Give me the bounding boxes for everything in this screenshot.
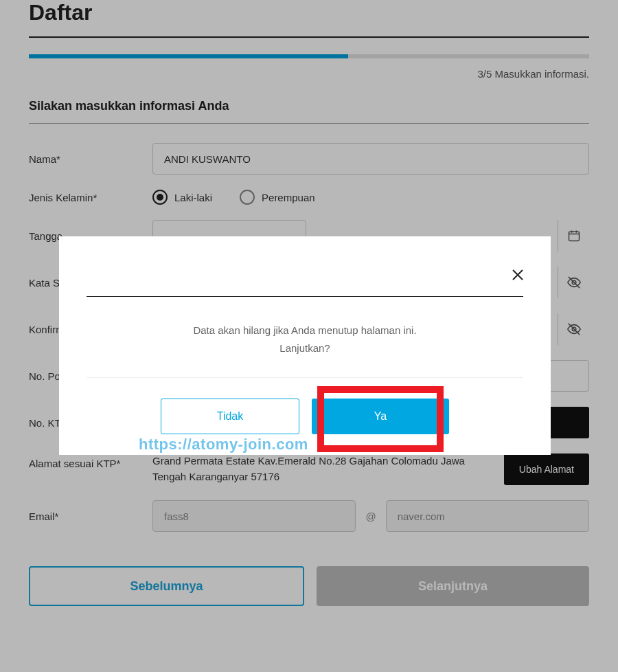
close-icon[interactable]	[510, 267, 526, 286]
modal-yes-button[interactable]: Ya	[312, 399, 449, 434]
modal-no-button[interactable]: Tidak	[161, 399, 299, 434]
modal-divider	[87, 377, 523, 378]
modal-message: Data akan hilang jika Anda menutup halam…	[87, 297, 523, 377]
modal-header-line	[87, 264, 523, 297]
confirm-modal: Data akan hilang jika Anda menutup halam…	[59, 236, 551, 455]
